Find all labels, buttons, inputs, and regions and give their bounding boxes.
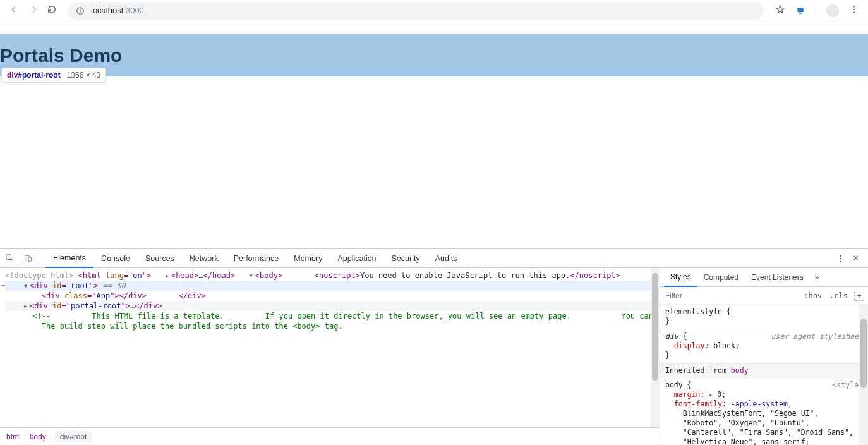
dom-tree[interactable]: <!doctype html> <html lang="en"> ▸<head>… [0,268,660,427]
comment-open: <!-- [32,312,51,320]
cls-toggle[interactable]: .cls [826,291,852,300]
inspect-element-icon[interactable] [5,250,21,267]
toolbar-separator [816,5,816,16]
styles-tab-computed[interactable]: Computed [697,268,745,287]
tab-memory[interactable]: Memory [286,249,330,268]
comment-l2: If you open it directly in the browser, … [265,312,571,320]
tab-application[interactable]: Application [330,249,383,268]
tab-security[interactable]: Security [384,249,428,268]
devtools-close-icon[interactable]: ✕ [848,253,863,263]
svg-point-5 [853,6,855,7]
breadcrumb-current[interactable]: div#root [55,431,92,442]
svg-point-7 [853,12,855,13]
site-info-icon[interactable] [76,6,85,15]
styles-more-tabs-icon[interactable]: » [810,273,822,282]
dom-breadcrumbs: html body div#root [0,427,660,445]
page-viewport: Portals Demo div#portal-root 1366 × 43 [0,21,868,248]
tab-audits[interactable]: Audits [428,249,465,268]
svg-rect-8 [6,255,11,260]
styles-panel: Styles Computed Event Listeners » :hov .… [660,268,868,445]
div-display-val: block [713,341,735,350]
styles-scrollbar[interactable] [859,305,868,445]
new-style-rule-icon[interactable]: + [854,291,864,301]
noscript-text: You need to enable JavaScript to run thi… [360,271,570,280]
reload-button[interactable] [47,4,57,16]
tab-console[interactable]: Console [93,249,138,268]
browser-toolbar: localhost:3000 [0,0,868,21]
styles-filter-input[interactable] [664,291,800,301]
svg-rect-4 [799,12,802,13]
extension-icon[interactable] [795,6,805,16]
svg-rect-3 [797,8,803,12]
svg-point-2 [80,9,80,9]
styles-filter-row: :hov .cls + [660,287,868,305]
dom-doctype: <!doctype html> [5,271,73,280]
element-style-selector: element.style { [665,307,731,316]
uas-label: user agent stylesheet [771,332,863,341]
styles-tabbar: Styles Computed Event Listeners » [660,268,868,287]
devtools-panel: Elements Console Sources Network Perform… [0,248,868,445]
forward-button[interactable] [29,4,39,16]
tooltip-tagname: div [7,71,18,80]
tooltip-dimensions: 1366 × 43 [67,71,101,80]
comment-l1: This HTML file is a template. [92,312,224,320]
profile-avatar-icon[interactable] [826,4,839,17]
tab-network[interactable]: Network [182,249,226,268]
breadcrumb-html[interactable]: html [6,432,21,441]
address-bar[interactable]: localhost:3000 [68,2,764,20]
bookmark-star-icon[interactable] [775,4,785,16]
selected-marker: == $0 [98,281,125,290]
back-button[interactable] [9,4,19,16]
styles-tab-styles[interactable]: Styles [664,268,697,287]
body-rule-src[interactable]: <style> [833,381,863,390]
svg-rect-10 [28,257,31,262]
comment-l4: The build step will place the bundled sc… [42,322,343,331]
element-highlight-tooltip: div#portal-root 1366 × 43 [1,68,106,83]
inherited-from-header: Inherited from body [660,363,868,378]
svg-point-6 [853,9,855,10]
device-toolbar-icon[interactable] [24,250,40,267]
brace-close: } [665,317,670,326]
page-title: Portals Demo [0,34,868,76]
tab-performance[interactable]: Performance [226,249,287,268]
elements-panel: <!doctype html> <html lang="en"> ▸<head>… [0,268,660,445]
hov-toggle[interactable]: :hov [800,291,826,300]
breadcrumb-body[interactable]: body [30,432,46,441]
devtools-menu-icon[interactable]: ⋮ [833,253,848,263]
browser-menu-icon[interactable] [849,4,859,16]
elements-scrollbar[interactable] [651,268,660,427]
devtools-tabbar: Elements Console Sources Network Perform… [0,249,868,268]
styles-rules[interactable]: element.style { } user agent stylesheet … [660,305,868,445]
div-display-prop: display [674,341,704,350]
url-host: localhost [91,6,123,15]
tab-sources[interactable]: Sources [138,249,182,268]
styles-tab-listeners[interactable]: Event Listeners [745,268,810,287]
tab-elements[interactable]: Elements [45,249,93,268]
tooltip-id: #portal-root [18,71,60,80]
url-port: :3000 [123,6,144,15]
